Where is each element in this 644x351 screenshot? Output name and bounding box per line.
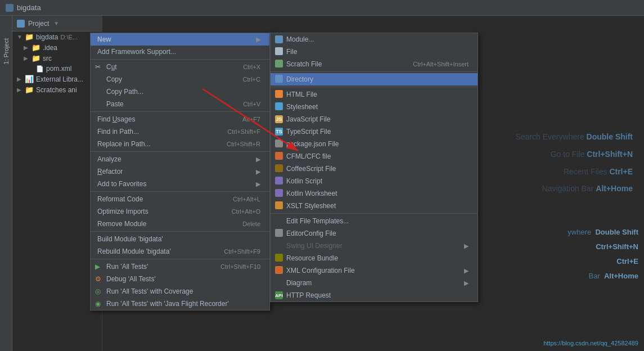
hint-line-1: ywhere Double Shift — [568, 225, 638, 240]
submenu-item-kotlin-ws[interactable]: Kotlin Worksheet — [271, 187, 478, 200]
menu-item-replace-in-path[interactable]: Replace in Path... Ctrl+Shift+R — [91, 138, 269, 150]
menu-item-label: Run 'All Tests' — [106, 263, 148, 271]
submenu-item-xslt[interactable]: XSLT Stylesheet — [271, 200, 478, 212]
menu-item-analyze[interactable]: Analyze ▶ — [91, 153, 269, 165]
menu-item-label: XML Configuration File — [286, 267, 355, 274]
menu-item-optimize-imports[interactable]: Optimize Imports Ctrl+Alt+O — [91, 205, 269, 218]
submenu-arrow-favorites: ▶ — [256, 181, 260, 188]
submenu-item-diagram[interactable]: Diagram ▶ — [271, 277, 478, 289]
tree-item-scratches[interactable]: ▶ 📁 Scratches ani — [12, 84, 102, 95]
scratch-icon — [275, 60, 283, 68]
editorconfig-icon — [275, 229, 283, 237]
menu-item-label: HTML File — [286, 91, 317, 98]
kotlin-ws-icon — [275, 189, 283, 197]
tree-item-bigdata[interactable]: ▼ 📁 bigdata D:\E... — [12, 32, 102, 42]
menu-item-run-recorder[interactable]: ◉ Run 'All Tests' with 'Java Flight Reco… — [91, 298, 269, 310]
submenu-arrow-xml: ▶ — [464, 267, 469, 274]
hint-line-3: Ctrl+E — [568, 254, 638, 269]
submenu-item-xml-config[interactable]: XML Configuration File ▶ — [271, 264, 478, 277]
submenu-item-cfml[interactable]: CFML/CFC file — [271, 150, 478, 163]
menu-item-label: CFML/CFC file — [286, 152, 331, 160]
menu-item-label: Scratch File — [286, 60, 322, 68]
file-icon — [275, 47, 283, 55]
menu-item-run-coverage[interactable]: ◎ Run 'All Tests' with Coverage — [91, 285, 269, 298]
menu-item-label: package.json File — [286, 140, 339, 148]
submenu-item-http[interactable]: API HTTP Request — [271, 289, 478, 302]
submenu-item-kotlin-script[interactable]: Kotlin Script — [271, 175, 478, 187]
menu-item-paste[interactable]: Paste Ctrl+V — [91, 98, 269, 110]
submenu-item-css[interactable]: Stylesheet — [271, 101, 478, 113]
resource-icon — [275, 254, 283, 262]
tree-item-pom[interactable]: 📄 pom.xml — [12, 64, 102, 74]
submenu-arrow-swing: ▶ — [464, 242, 469, 250]
tree-item-path: D:\E... — [60, 34, 78, 40]
menu-item-refactor[interactable]: Refactor ▶ — [91, 165, 269, 178]
tree-item-label: Scratches ani — [36, 86, 77, 94]
submenu-item-scratch[interactable]: Scratch File Ctrl+Alt+Shift+Insert — [271, 58, 478, 70]
css-icon — [275, 102, 283, 110]
menu-item-label: Add to Favorites — [97, 180, 146, 188]
menu-item-debug-tests[interactable]: ⚙ Debug 'All Tests' — [91, 273, 269, 285]
shortcut-cut: Ctrl+X — [243, 64, 260, 70]
tree-item-idea[interactable]: ▶ 📁 .idea — [12, 42, 102, 53]
menu-item-reformat[interactable]: Reformat Code Ctrl+Alt+L — [91, 193, 269, 205]
menu-item-label: File — [286, 48, 297, 56]
primary-context-menu: New ▶ Add Framework Support... ✂ Cut Ctr… — [90, 33, 270, 310]
menu-item-label: Run 'All Tests' with 'Java Flight Record… — [106, 300, 229, 308]
menu-item-remove-module[interactable]: Remove Module Delete — [91, 218, 269, 230]
menu-item-label: Directory — [286, 75, 313, 83]
submenu-item-coffee[interactable]: CoffeeScript File — [271, 163, 478, 175]
submenu-item-html[interactable]: HTML File — [271, 88, 478, 101]
menu-item-label: Paste — [106, 100, 124, 108]
menu-item-cut[interactable]: ✂ Cut Ctrl+X — [91, 61, 269, 73]
menu-item-label: Debug 'All Tests' — [106, 275, 156, 283]
expand-arrow: ▶ — [24, 55, 29, 61]
shortcut-copy: Ctrl+C — [243, 76, 260, 83]
folder-icon: 📊 — [25, 75, 34, 83]
submenu-item-module[interactable]: Module... — [271, 33, 478, 46]
tree-item-src[interactable]: ▶ 📁 src — [12, 53, 102, 64]
submenu-item-editor-config[interactable]: EditorConfig File — [271, 227, 478, 240]
module-icon — [275, 35, 283, 43]
title-bar-text: bigdata — [17, 3, 41, 12]
menu-item-label: Build Module 'bigdata' — [97, 235, 163, 243]
submenu-item-edit-templates[interactable]: Edit File Templates... — [271, 215, 478, 227]
cut-icon: ✂ — [95, 63, 101, 71]
menu-divider-1 — [91, 59, 269, 60]
project-panel: Project ▼ ▼ 📁 bigdata D:\E... ▶ 📁 .idea … — [12, 16, 102, 351]
file-icon: 📄 — [36, 65, 44, 73]
submenu-item-ts[interactable]: TS TypeScript File — [271, 125, 478, 138]
menu-item-find-in-path[interactable]: Find in Path... Ctrl+Shift+F — [91, 125, 269, 138]
kotlin-icon — [275, 177, 283, 184]
package-icon — [275, 140, 283, 147]
menu-item-label: Kotlin Script — [286, 177, 322, 185]
panel-header-icon — [17, 20, 25, 28]
tree-item-external[interactable]: ▶ 📊 External Libra... — [12, 74, 102, 84]
menu-item-run-tests[interactable]: ▶ Run 'All Tests' Ctrl+Shift+F10 — [91, 260, 269, 273]
menu-item-new[interactable]: New ▶ — [91, 33, 269, 46]
xml-icon — [275, 266, 283, 274]
menu-item-label: CoffeeScript File — [286, 165, 336, 173]
submenu-item-resource[interactable]: Resource Bundle — [271, 252, 478, 264]
sidebar-tab[interactable]: 1: Project — [0, 16, 12, 351]
menu-item-copy-path[interactable]: Copy Path... — [91, 86, 269, 98]
submenu-item-file[interactable]: File — [271, 46, 478, 58]
shortcut-hints: ywhere Double Shift Ctrl+Shift+N Ctrl+E … — [568, 225, 638, 284]
menu-item-copy[interactable]: Copy Ctrl+C — [91, 73, 269, 86]
menu-item-add-framework[interactable]: Add Framework Support... — [91, 46, 269, 58]
new-submenu: Module... File Scratch File Ctrl+Alt+Shi… — [270, 33, 478, 302]
xslt-icon — [275, 201, 283, 209]
submenu-item-directory[interactable]: Directory — [271, 73, 478, 86]
menu-item-add-favorites[interactable]: Add to Favorites ▶ — [91, 178, 269, 190]
menu-item-label: Replace in Path... — [97, 140, 151, 148]
submenu-item-package-json[interactable]: package.json File — [271, 138, 478, 150]
submenu-item-js[interactable]: JS JavaScript File — [271, 113, 478, 125]
menu-divider-sub-1 — [271, 71, 478, 72]
menu-item-build[interactable]: Build Module 'bigdata' — [91, 233, 269, 245]
panel-header-arrow: ▼ — [53, 20, 59, 26]
tree-item-label: .idea — [43, 44, 57, 52]
menu-item-find-usages[interactable]: Find Usages Alt+F7 — [91, 113, 269, 125]
menu-item-rebuild[interactable]: Rebuild Module 'bigdata' Ctrl+Shift+F9 — [91, 245, 269, 258]
panel-header: Project ▼ — [12, 16, 102, 32]
menu-item-label: XSLT Stylesheet — [286, 202, 336, 210]
